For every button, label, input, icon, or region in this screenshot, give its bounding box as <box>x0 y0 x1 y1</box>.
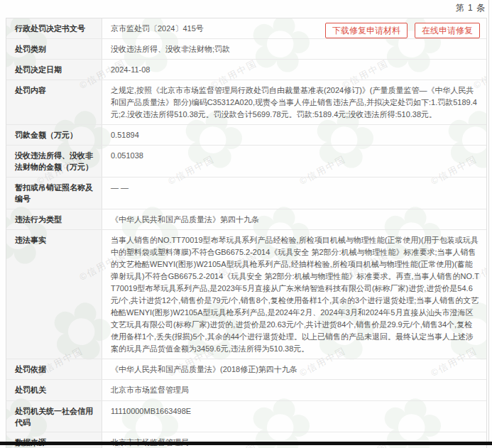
row-label: 罚款金额（万元） <box>6 125 102 145</box>
row-value: 没收违法所得、没收非法财物;罚款 <box>102 39 486 59</box>
row-label: 处罚机关 <box>6 380 102 400</box>
record-counter: 第 1 条 <box>456 2 486 14</box>
table-row: 处罚内容之规定,按照《北京市市场监督管理局行政处罚自由裁量基准表(2024修订)… <box>6 80 486 125</box>
table-row: 处罚类别没收违法所得、没收非法财物;罚款 <box>6 39 486 60</box>
row-value: 0.051038 <box>102 146 486 177</box>
row-value: — — <box>102 177 486 209</box>
bottom-frame-bar <box>0 442 492 445</box>
row-label: 数据来源 <box>6 432 102 448</box>
row-label: 没收违法所得、没收非法财物的金额（万元） <box>6 146 102 177</box>
row-label: 处罚机关统一社会信用代码 <box>6 401 102 432</box>
row-label: 暂扣或吊销证照名称及编号 <box>6 177 102 209</box>
table-row: 违法行为类型《中华人民共和国产品质量法》第四十九条 <box>6 209 486 230</box>
table-row: 处罚依据《中华人民共和国产品质量法》(2018修正)第四十九条 <box>6 359 486 380</box>
row-value: 11110000MB1663498E <box>102 401 486 432</box>
table-row: 处罚机关统一社会信用代码11110000MB1663498E <box>6 401 486 432</box>
table-row: 没收违法所得、没收非法财物的金额（万元）0.051038 <box>6 146 486 177</box>
right-edge-divider <box>488 0 489 442</box>
table-row: 处罚决定日期2024-11-08 <box>6 60 486 80</box>
row-value: 北京市市场监督管理局 <box>102 432 486 448</box>
table-row: 处罚机关北京市市场监督管理局 <box>6 380 486 401</box>
row-value: 之规定,按照《北京市市场监督管理局行政处罚自由裁量基准表(2024修订)》(产量… <box>102 80 486 124</box>
row-label: 处罚类别 <box>6 39 102 59</box>
table-row: 数据来源北京市市场监督管理局 <box>6 432 486 448</box>
row-value: 当事人销售的NO.TT70019型布琴玩具系列产品经检验,所检项目机械与物理性能… <box>102 230 486 359</box>
penalty-table: ✿©信用中国✿©信用中国✿©信用中国✿©信用中国✿©信用中国✿©信用中国✿©信用… <box>6 18 487 448</box>
download-repair-material-button[interactable]: 下载修复申请材料 <box>325 23 408 38</box>
row-value: 北京市市场监督管理局 <box>102 380 486 400</box>
row-value: 0.51894 <box>102 125 486 145</box>
row-label: 处罚内容 <box>6 80 102 124</box>
row-label: 违法事实 <box>6 230 102 359</box>
row-value: 《中华人民共和国产品质量法》(2018修正)第四十九条 <box>102 359 486 379</box>
table-row: 违法事实当事人销售的NO.TT70019型布琴玩具系列产品经检验,所检项目机械与… <box>6 230 486 359</box>
repair-actions: 下载修复申请材料 在线申请修复 <box>325 23 480 38</box>
row-value: 《中华人民共和国产品质量法》第四十九条 <box>102 209 486 229</box>
row-label: 处罚依据 <box>6 359 102 379</box>
penalty-detail-page: 第 1 条 ✿©信用中国✿©信用中国✿©信用中国✿©信用中国✿©信用中国✿©信用… <box>0 0 492 448</box>
online-repair-apply-button[interactable]: 在线申请修复 <box>415 23 480 38</box>
row-label: 违法行为类型 <box>6 209 102 229</box>
table-row: 罚款金额（万元）0.51894 <box>6 125 486 146</box>
row-label: 行政处罚决定书文号 <box>6 18 102 38</box>
table-row: 暂扣或吊销证照名称及编号— — <box>6 177 486 209</box>
row-label: 处罚决定日期 <box>6 60 102 80</box>
row-value: 2024-11-08 <box>102 60 486 80</box>
